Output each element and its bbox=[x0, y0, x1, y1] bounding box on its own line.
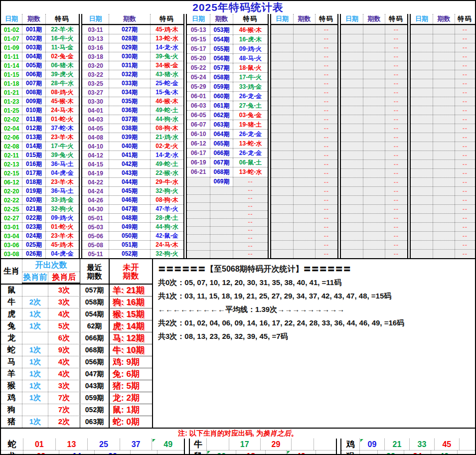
column-header-row: 日期期数特码 bbox=[341, 14, 407, 25]
summary-line: 共2次：01, 02, 04, 06, 09, 14, 16, 17, 22, … bbox=[158, 316, 473, 329]
column-group-separator bbox=[337, 14, 341, 258]
recent-period-cell: 063期 bbox=[80, 416, 109, 428]
period-cell bbox=[433, 142, 455, 151]
period-cell: 044期 bbox=[109, 178, 150, 186]
period-cell bbox=[433, 205, 455, 213]
date-cell bbox=[411, 70, 433, 79]
period-row-empty: -- bbox=[271, 186, 337, 195]
period-row-empty: -- bbox=[271, 25, 337, 34]
period-column-group: 日期期数特码----------------------------------… bbox=[271, 14, 337, 258]
code-cell: 08-鸡-火 bbox=[45, 88, 79, 97]
period-cell bbox=[363, 241, 385, 249]
code-cell: 46-猴-木 bbox=[233, 25, 268, 34]
date-cell: 01-25 bbox=[1, 106, 22, 115]
period-cell: 052期 bbox=[109, 250, 150, 258]
zodiac-label: 马 bbox=[1, 356, 22, 368]
zodiac-label: 蛇 bbox=[1, 439, 23, 450]
period-cell: 049期 bbox=[109, 223, 150, 231]
period-cell: 067期 bbox=[210, 158, 233, 167]
code-cell: -- bbox=[233, 195, 268, 202]
date-cell: 06-21 bbox=[187, 167, 210, 176]
column-header-row: 日期期数特码 bbox=[271, 14, 337, 25]
code-cell: -- bbox=[455, 97, 475, 106]
period-cell bbox=[363, 214, 385, 222]
date-cell: 03-01 bbox=[1, 223, 22, 231]
period-cell bbox=[433, 61, 455, 70]
period-cell bbox=[293, 79, 315, 88]
period-cell: 024期 bbox=[22, 232, 45, 240]
number-cell bbox=[459, 439, 475, 450]
count-after-cell: 7次 bbox=[48, 392, 80, 404]
period-cell bbox=[433, 196, 455, 204]
period-row-empty: -- bbox=[411, 61, 475, 70]
stats-header-missing: 未开 期数 bbox=[109, 259, 152, 284]
zodiac-label: 蛇 bbox=[1, 344, 22, 356]
number-cell bbox=[359, 451, 377, 454]
date-cell: 05-03 bbox=[82, 223, 109, 231]
date-cell: 01-07 bbox=[1, 34, 22, 43]
period-row-empty: -- bbox=[341, 52, 407, 61]
code-cell: 45-猴-木 bbox=[45, 97, 79, 106]
missing-periods-cell: 虎: 14期 bbox=[109, 320, 152, 332]
period-row-empty: -- bbox=[271, 195, 337, 204]
number-cell: 09 bbox=[359, 439, 384, 450]
code-cell: 08-狗-木 bbox=[150, 196, 183, 204]
code-cell: 06-猪-木 bbox=[45, 61, 79, 70]
date-cell: 02-06 bbox=[1, 133, 22, 142]
code-cell: -- bbox=[385, 88, 407, 97]
period-cell bbox=[363, 187, 385, 195]
code-cell: -- bbox=[385, 196, 407, 204]
period-cell bbox=[363, 250, 385, 258]
code-cell: 16-虎-木 bbox=[233, 35, 268, 44]
period-cell: 031期 bbox=[109, 61, 150, 70]
zodiac-label: 鼠 bbox=[190, 451, 206, 454]
period-cell: 047期 bbox=[109, 205, 150, 213]
period-cell: 017期 bbox=[22, 169, 45, 177]
count-after-cell: 7次 bbox=[48, 404, 80, 416]
period-row-empty: -- bbox=[341, 97, 407, 106]
date-cell: 05-17 bbox=[187, 44, 210, 53]
number-cell: 29 bbox=[260, 439, 292, 450]
date-cell bbox=[187, 195, 210, 202]
period-row-empty: -- bbox=[271, 240, 337, 249]
period-row-empty: -- bbox=[341, 25, 407, 34]
code-cell: -- bbox=[315, 160, 337, 168]
code-cell: -- bbox=[385, 79, 407, 88]
period-row: 04-10040期02-龙-火 bbox=[82, 142, 183, 151]
date-cell bbox=[341, 142, 363, 151]
column-header-row: 日期期数特码 bbox=[1, 14, 79, 25]
zodiac-number-table: 牛1729鼠061842猪43狗083244 bbox=[189, 439, 337, 454]
period-cell: 018期 bbox=[22, 178, 45, 186]
date-cell bbox=[187, 219, 210, 226]
period-row-empty: -- bbox=[271, 213, 337, 222]
date-cell: 06-03 bbox=[187, 101, 210, 110]
period-row-empty: -- bbox=[341, 177, 407, 186]
code-cell: 32-狗-火 bbox=[150, 187, 183, 195]
date-cell: 01-02 bbox=[1, 25, 22, 34]
count-after-cell: 3次 bbox=[48, 285, 80, 296]
date-cell bbox=[411, 178, 433, 186]
code-cell: 24-马-木 bbox=[45, 106, 79, 115]
zodiac-stat-row: 兔1次5次62期虎: 14期 bbox=[1, 320, 152, 332]
period-cell: 068期 bbox=[210, 167, 233, 176]
period-row: 03-08026期04-虎-金 bbox=[1, 249, 79, 258]
count-before-cell: 1次 bbox=[22, 344, 48, 356]
date-cell bbox=[341, 169, 363, 177]
period-cell bbox=[363, 205, 385, 213]
code-cell: 23-羊-木 bbox=[45, 178, 79, 186]
code-cell: -- bbox=[315, 88, 337, 97]
period-column-header: 期数 bbox=[22, 14, 45, 24]
date-cell: 05-22 bbox=[187, 63, 210, 72]
period-cell bbox=[363, 88, 385, 97]
period-cell bbox=[293, 205, 315, 213]
recent-period-cell: 054期 bbox=[80, 308, 109, 320]
period-cell: 003期 bbox=[22, 43, 45, 52]
date-cell: 04-03 bbox=[82, 115, 109, 124]
period-cell: 064期 bbox=[210, 130, 233, 139]
period-row-empty: -- bbox=[341, 124, 407, 133]
period-column-group: 日期期数特码03-11027期45-鸡-木03-13028期13-蛇-水03-1… bbox=[82, 14, 183, 258]
period-cell: 066期 bbox=[210, 149, 233, 157]
date-cell: 02-13 bbox=[1, 160, 22, 168]
period-cell bbox=[363, 34, 385, 43]
period-cell bbox=[433, 79, 455, 88]
